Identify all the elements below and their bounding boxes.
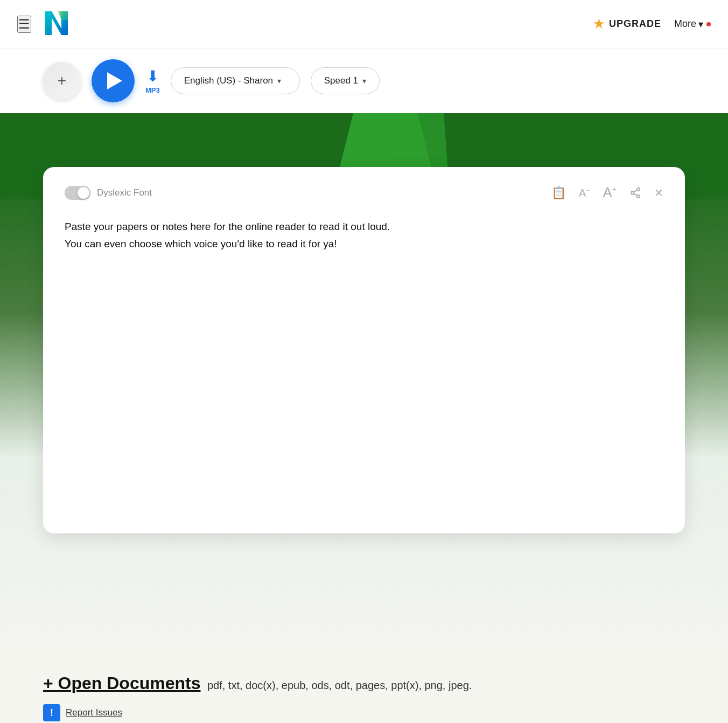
voice-selector-button[interactable]: English (US) - Sharon ▾ bbox=[171, 67, 300, 94]
speed-chevron-icon: ▾ bbox=[362, 77, 366, 85]
main-content: Dyslexic Font 📋 A− A+ bbox=[0, 167, 728, 652]
voice-label: English (US) - Sharon bbox=[184, 75, 273, 86]
star-icon: ★ bbox=[593, 17, 605, 31]
open-documents-link[interactable]: + Open Documents bbox=[43, 673, 201, 693]
more-button[interactable]: More ▾ bbox=[674, 18, 711, 30]
speed-selector-button[interactable]: Speed 1 ▾ bbox=[311, 67, 380, 94]
svg-marker-1 bbox=[58, 11, 68, 20]
dyslexic-toggle-group: Dyslexic Font bbox=[65, 186, 152, 200]
download-icon: ⬇ bbox=[146, 67, 159, 85]
logo bbox=[41, 7, 73, 41]
font-decrease-icon: A− bbox=[579, 186, 590, 199]
upgrade-label: UPGRADE bbox=[609, 18, 661, 30]
toolbar: + ⬇ MP3 English (US) - Sharon ▾ Speed 1 … bbox=[0, 48, 728, 113]
dyslexic-font-label: Dyslexic Font bbox=[97, 187, 152, 198]
formats-label: pdf, txt, doc(x), epub, ods, odt, pages,… bbox=[207, 679, 472, 691]
header-left: ☰ bbox=[17, 7, 73, 41]
header: ☰ ★ bbox=[0, 0, 728, 48]
editor-icons-group: 📋 A− A+ ✕ bbox=[551, 184, 663, 201]
font-decrease-button[interactable]: A− bbox=[579, 186, 590, 199]
clipboard-icon: 📋 bbox=[551, 186, 566, 200]
close-icon: ✕ bbox=[654, 186, 663, 199]
open-docs-row: + Open Documents pdf, txt, doc(x), epub,… bbox=[43, 673, 685, 693]
font-increase-button[interactable]: A+ bbox=[603, 184, 617, 201]
report-icon: ! bbox=[43, 704, 60, 721]
text-editor[interactable] bbox=[65, 218, 663, 488]
more-label: More bbox=[674, 18, 696, 30]
mp3-download-button[interactable]: ⬇ MP3 bbox=[145, 67, 160, 94]
more-chevron: ▾ bbox=[698, 18, 703, 30]
clipboard-button[interactable]: 📋 bbox=[551, 186, 566, 200]
hamburger-button[interactable]: ☰ bbox=[17, 16, 31, 33]
toggle-knob bbox=[78, 187, 89, 199]
speed-label: Speed 1 bbox=[324, 75, 358, 86]
report-label: Report Issues bbox=[66, 707, 122, 718]
report-issues-button[interactable]: ! Report Issues bbox=[43, 704, 685, 721]
play-icon bbox=[107, 72, 122, 89]
editor-toolbar: Dyslexic Font 📋 A− A+ bbox=[65, 184, 663, 201]
voice-chevron-icon: ▾ bbox=[277, 77, 281, 85]
editor-card: Dyslexic Font 📋 A− A+ bbox=[43, 167, 685, 533]
share-button[interactable] bbox=[629, 187, 641, 199]
svg-line-6 bbox=[634, 190, 637, 192]
header-right: ★ UPGRADE More ▾ bbox=[593, 17, 711, 31]
add-button[interactable]: + bbox=[43, 62, 81, 100]
close-button[interactable]: ✕ bbox=[654, 186, 663, 199]
upgrade-button[interactable]: ★ UPGRADE bbox=[593, 17, 661, 31]
share-icon bbox=[629, 187, 641, 199]
dyslexic-font-toggle[interactable] bbox=[65, 186, 90, 200]
notification-dot bbox=[706, 22, 711, 26]
svg-line-5 bbox=[634, 193, 637, 196]
play-button[interactable] bbox=[92, 59, 135, 102]
mp3-label: MP3 bbox=[145, 86, 160, 94]
bottom-section: + Open Documents pdf, txt, doc(x), epub,… bbox=[0, 652, 728, 723]
font-increase-icon: A+ bbox=[603, 184, 617, 201]
